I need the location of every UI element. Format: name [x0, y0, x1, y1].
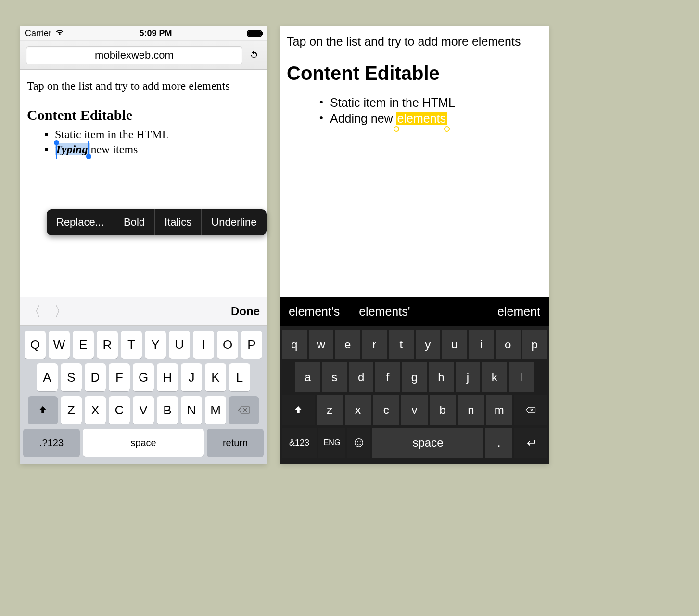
key-p[interactable]: p	[522, 330, 547, 359]
key-b[interactable]: B	[157, 396, 178, 424]
key-p[interactable]: P	[241, 331, 262, 359]
key-u[interactable]: U	[169, 331, 190, 359]
key-a[interactable]: A	[37, 363, 58, 391]
menu-underline[interactable]: Underline	[202, 209, 266, 235]
key-space[interactable]: space	[83, 429, 204, 457]
key-e[interactable]: e	[335, 330, 360, 359]
key-row-1: Q W E R T Y U I O P	[23, 331, 264, 359]
editable-list[interactable]: Static item in the HTML Typing new items	[55, 128, 260, 156]
key-y[interactable]: y	[416, 330, 441, 359]
key-c[interactable]: C	[109, 396, 130, 424]
suggestion-3[interactable]: element	[497, 305, 540, 319]
key-r[interactable]: R	[97, 331, 118, 359]
key-row-1: q w e r t y u i o p	[282, 330, 547, 359]
key-backspace[interactable]	[514, 395, 547, 425]
key-row-3: Z X C V B N M	[23, 396, 264, 424]
key-g[interactable]: G	[133, 363, 154, 391]
key-s[interactable]: s	[322, 362, 346, 392]
ios-url-bar: mobilexweb.com	[20, 41, 267, 70]
list-item[interactable]: Static item in the HTML	[55, 128, 260, 141]
suggestion-2[interactable]: elements'	[359, 305, 410, 319]
key-q[interactable]: Q	[25, 331, 46, 359]
key-v[interactable]: V	[133, 396, 154, 424]
key-space[interactable]: space	[372, 428, 483, 458]
key-c[interactable]: c	[373, 395, 399, 425]
key-enter[interactable]	[514, 428, 547, 458]
list-item[interactable]: Static item in the HTML	[330, 96, 542, 110]
instruction-text: Tap on the list and try to add more elem…	[287, 34, 542, 49]
key-period[interactable]: .	[485, 428, 512, 458]
url-field[interactable]: mobilexweb.com	[26, 46, 242, 64]
text-selection[interactable]: Typing	[55, 143, 90, 155]
key-e[interactable]: E	[73, 331, 94, 359]
key-d[interactable]: D	[85, 363, 106, 391]
key-shift[interactable]	[282, 395, 315, 425]
key-k[interactable]: K	[205, 363, 226, 391]
ios-page-content[interactable]: Tap on the list and try to add more elem…	[20, 70, 267, 297]
key-g[interactable]: g	[402, 362, 427, 392]
list-item[interactable]: Adding new elements	[330, 112, 542, 126]
key-n[interactable]: n	[458, 395, 484, 425]
selection-handle-left[interactable]	[394, 126, 399, 132]
key-z[interactable]: Z	[61, 396, 82, 424]
key-x[interactable]: x	[345, 395, 371, 425]
key-t[interactable]: t	[389, 330, 414, 359]
key-m[interactable]: M	[205, 396, 226, 424]
key-v[interactable]: v	[401, 395, 428, 425]
wp-page-content[interactable]: Tap on the list and try to add more elem…	[280, 26, 549, 297]
key-numeric[interactable]: &123	[282, 428, 317, 458]
key-o[interactable]: O	[217, 331, 238, 359]
key-f[interactable]: F	[109, 363, 130, 391]
menu-replace[interactable]: Replace...	[47, 209, 114, 235]
key-x[interactable]: X	[85, 396, 106, 424]
next-field-icon[interactable]: 〉	[54, 302, 68, 321]
key-r[interactable]: r	[362, 330, 387, 359]
key-o[interactable]: o	[496, 330, 521, 359]
key-y[interactable]: Y	[145, 331, 166, 359]
key-a[interactable]: a	[295, 362, 320, 392]
list-item-text: Adding new	[330, 112, 396, 125]
menu-italics[interactable]: Italics	[155, 209, 202, 235]
key-l[interactable]: l	[509, 362, 534, 392]
text-selection[interactable]: elements	[396, 112, 447, 125]
key-j[interactable]: J	[181, 363, 202, 391]
key-emoji[interactable]	[347, 428, 370, 458]
key-h[interactable]: H	[157, 363, 178, 391]
suggestion-1[interactable]: element's	[289, 305, 340, 319]
menu-bold[interactable]: Bold	[114, 209, 155, 235]
selection-handle-right[interactable]	[444, 126, 450, 132]
editable-list[interactable]: Static item in the HTML Adding new eleme…	[330, 96, 542, 126]
key-b[interactable]: b	[430, 395, 456, 425]
key-h[interactable]: h	[429, 362, 453, 392]
key-w[interactable]: w	[309, 330, 334, 359]
selection-handle-left[interactable]	[54, 140, 59, 145]
key-m[interactable]: m	[486, 395, 512, 425]
key-k[interactable]: k	[482, 362, 507, 392]
key-s[interactable]: S	[61, 363, 82, 391]
key-backspace[interactable]	[229, 396, 259, 424]
prev-field-icon[interactable]: 〈	[27, 302, 41, 321]
key-i[interactable]: I	[193, 331, 214, 359]
key-f[interactable]: f	[375, 362, 400, 392]
key-l[interactable]: L	[229, 363, 250, 391]
key-z[interactable]: z	[317, 395, 343, 425]
list-item[interactable]: Typing new items	[55, 143, 260, 156]
selection-handle-right[interactable]	[86, 154, 91, 159]
ios-device: Carrier 5:09 PM mobilexweb.com Tap on th…	[20, 26, 267, 464]
reload-icon[interactable]	[247, 49, 261, 62]
key-language[interactable]: ENG	[318, 428, 345, 458]
key-n[interactable]: N	[181, 396, 202, 424]
key-return[interactable]: return	[207, 429, 264, 457]
key-shift[interactable]	[28, 396, 58, 424]
selected-text: elements	[397, 112, 446, 125]
text-context-menu: Replace... Bold Italics Underline	[47, 209, 267, 235]
key-numeric[interactable]: .?123	[23, 429, 80, 457]
key-d[interactable]: d	[349, 362, 373, 392]
done-button[interactable]: Done	[231, 305, 260, 318]
key-q[interactable]: q	[282, 330, 307, 359]
key-u[interactable]: u	[442, 330, 467, 359]
key-w[interactable]: W	[49, 331, 70, 359]
key-t[interactable]: T	[121, 331, 142, 359]
key-i[interactable]: i	[469, 330, 494, 359]
key-j[interactable]: j	[456, 362, 480, 392]
